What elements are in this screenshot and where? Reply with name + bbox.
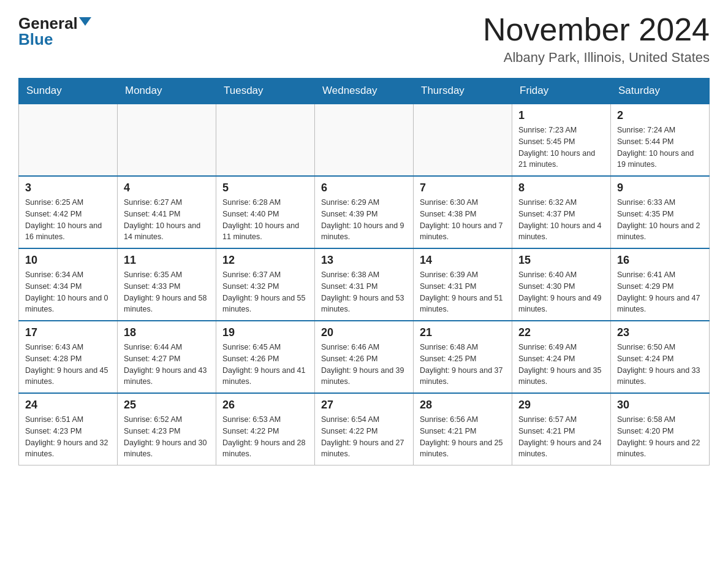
day-number: 30 [617, 399, 703, 412]
calendar-cell: 28Sunrise: 6:56 AM Sunset: 4:21 PM Dayli… [414, 393, 512, 465]
calendar-cell: 22Sunrise: 6:49 AM Sunset: 4:24 PM Dayli… [512, 321, 611, 393]
calendar-cell: 24Sunrise: 6:51 AM Sunset: 4:23 PM Dayli… [19, 393, 118, 465]
day-number: 17 [25, 326, 111, 339]
calendar-cell: 9Sunrise: 6:33 AM Sunset: 4:35 PM Daylig… [611, 176, 710, 248]
day-info: Sunrise: 6:51 AM Sunset: 4:23 PM Dayligh… [25, 414, 111, 460]
day-number: 24 [25, 399, 111, 412]
calendar-header-row: SundayMondayTuesdayWednesdayThursdayFrid… [19, 79, 710, 104]
calendar-cell: 10Sunrise: 6:34 AM Sunset: 4:34 PM Dayli… [19, 248, 118, 321]
month-title: November 2024 [483, 12, 710, 47]
day-info: Sunrise: 6:58 AM Sunset: 4:20 PM Dayligh… [617, 414, 703, 460]
day-info: Sunrise: 6:37 AM Sunset: 4:32 PM Dayligh… [222, 269, 308, 315]
day-info: Sunrise: 6:38 AM Sunset: 4:31 PM Dayligh… [321, 269, 407, 315]
calendar-cell: 13Sunrise: 6:38 AM Sunset: 4:31 PM Dayli… [315, 248, 414, 321]
day-number: 1 [518, 109, 604, 122]
day-number: 21 [420, 326, 506, 339]
calendar-cell: 4Sunrise: 6:27 AM Sunset: 4:41 PM Daylig… [118, 176, 216, 248]
day-info: Sunrise: 7:24 AM Sunset: 5:44 PM Dayligh… [617, 124, 703, 170]
day-number: 15 [518, 254, 604, 267]
week-row-4: 17Sunrise: 6:43 AM Sunset: 4:28 PM Dayli… [19, 321, 710, 393]
calendar-cell: 17Sunrise: 6:43 AM Sunset: 4:28 PM Dayli… [19, 321, 118, 393]
calendar-cell: 3Sunrise: 6:25 AM Sunset: 4:42 PM Daylig… [19, 176, 118, 248]
day-number: 2 [617, 109, 703, 122]
calendar-cell: 12Sunrise: 6:37 AM Sunset: 4:32 PM Dayli… [216, 248, 315, 321]
day-number: 7 [420, 182, 506, 194]
day-info: Sunrise: 6:40 AM Sunset: 4:30 PM Dayligh… [518, 269, 604, 315]
calendar-table: SundayMondayTuesdayWednesdayThursdayFrid… [18, 78, 710, 465]
day-info: Sunrise: 6:39 AM Sunset: 4:31 PM Dayligh… [420, 269, 506, 315]
day-number: 29 [518, 399, 604, 412]
week-row-2: 3Sunrise: 6:25 AM Sunset: 4:42 PM Daylig… [19, 176, 710, 248]
calendar-cell [414, 104, 512, 176]
day-info: Sunrise: 6:27 AM Sunset: 4:41 PM Dayligh… [124, 197, 210, 243]
week-row-3: 10Sunrise: 6:34 AM Sunset: 4:34 PM Dayli… [19, 248, 710, 321]
calendar-cell [216, 104, 315, 176]
day-info: Sunrise: 6:41 AM Sunset: 4:29 PM Dayligh… [617, 269, 703, 315]
week-row-5: 24Sunrise: 6:51 AM Sunset: 4:23 PM Dayli… [19, 393, 710, 465]
calendar-cell: 6Sunrise: 6:29 AM Sunset: 4:39 PM Daylig… [315, 176, 414, 248]
day-number: 22 [518, 326, 604, 339]
page-header: General Blue November 2024 Albany Park, … [18, 12, 710, 66]
day-info: Sunrise: 6:34 AM Sunset: 4:34 PM Dayligh… [25, 269, 111, 315]
calendar-cell: 19Sunrise: 6:45 AM Sunset: 4:26 PM Dayli… [216, 321, 315, 393]
calendar-header-friday: Friday [512, 79, 611, 104]
location-title: Albany Park, Illinois, United States [483, 50, 710, 66]
day-info: Sunrise: 6:25 AM Sunset: 4:42 PM Dayligh… [25, 197, 111, 243]
day-number: 25 [124, 399, 210, 412]
day-number: 26 [222, 399, 308, 412]
calendar-cell: 11Sunrise: 6:35 AM Sunset: 4:33 PM Dayli… [118, 248, 216, 321]
calendar-cell: 30Sunrise: 6:58 AM Sunset: 4:20 PM Dayli… [611, 393, 710, 465]
title-section: November 2024 Albany Park, Illinois, Uni… [483, 12, 710, 66]
day-number: 19 [222, 326, 308, 339]
calendar-cell: 20Sunrise: 6:46 AM Sunset: 4:26 PM Dayli… [315, 321, 414, 393]
day-info: Sunrise: 6:49 AM Sunset: 4:24 PM Dayligh… [518, 342, 604, 388]
day-number: 11 [124, 254, 210, 267]
day-info: Sunrise: 6:32 AM Sunset: 4:37 PM Dayligh… [518, 197, 604, 243]
calendar-cell: 14Sunrise: 6:39 AM Sunset: 4:31 PM Dayli… [414, 248, 512, 321]
day-number: 16 [617, 254, 703, 267]
day-number: 14 [420, 254, 506, 267]
day-info: Sunrise: 6:43 AM Sunset: 4:28 PM Dayligh… [25, 342, 111, 388]
day-number: 6 [321, 182, 407, 194]
calendar-cell: 27Sunrise: 6:54 AM Sunset: 4:22 PM Dayli… [315, 393, 414, 465]
logo-general: General [18, 15, 78, 31]
calendar-cell: 5Sunrise: 6:28 AM Sunset: 4:40 PM Daylig… [216, 176, 315, 248]
day-number: 3 [25, 182, 111, 194]
day-number: 12 [222, 254, 308, 267]
week-row-1: 1Sunrise: 7:23 AM Sunset: 5:45 PM Daylig… [19, 104, 710, 176]
calendar-header-thursday: Thursday [414, 79, 512, 104]
calendar-cell: 1Sunrise: 7:23 AM Sunset: 5:45 PM Daylig… [512, 104, 611, 176]
day-number: 9 [617, 182, 703, 194]
day-info: Sunrise: 6:52 AM Sunset: 4:23 PM Dayligh… [124, 414, 210, 460]
day-info: Sunrise: 6:44 AM Sunset: 4:27 PM Dayligh… [124, 342, 210, 388]
day-number: 18 [124, 326, 210, 339]
day-info: Sunrise: 6:29 AM Sunset: 4:39 PM Dayligh… [321, 197, 407, 243]
calendar-header-monday: Monday [118, 79, 216, 104]
day-info: Sunrise: 6:45 AM Sunset: 4:26 PM Dayligh… [222, 342, 308, 388]
day-number: 13 [321, 254, 407, 267]
logo: General Blue [18, 12, 91, 47]
day-number: 4 [124, 182, 210, 194]
day-info: Sunrise: 6:57 AM Sunset: 4:21 PM Dayligh… [518, 414, 604, 460]
day-info: Sunrise: 6:48 AM Sunset: 4:25 PM Dayligh… [420, 342, 506, 388]
calendar-header-wednesday: Wednesday [315, 79, 414, 104]
day-number: 20 [321, 326, 407, 339]
day-info: Sunrise: 6:35 AM Sunset: 4:33 PM Dayligh… [124, 269, 210, 315]
day-info: Sunrise: 6:54 AM Sunset: 4:22 PM Dayligh… [321, 414, 407, 460]
day-info: Sunrise: 6:28 AM Sunset: 4:40 PM Dayligh… [222, 197, 308, 243]
calendar-cell [19, 104, 118, 176]
calendar-cell [315, 104, 414, 176]
logo-blue: Blue [18, 30, 53, 48]
calendar-cell: 15Sunrise: 6:40 AM Sunset: 4:30 PM Dayli… [512, 248, 611, 321]
calendar-cell: 26Sunrise: 6:53 AM Sunset: 4:22 PM Dayli… [216, 393, 315, 465]
day-number: 27 [321, 399, 407, 412]
calendar-header-tuesday: Tuesday [216, 79, 315, 104]
calendar-cell: 18Sunrise: 6:44 AM Sunset: 4:27 PM Dayli… [118, 321, 216, 393]
calendar-header-saturday: Saturday [611, 79, 710, 104]
day-number: 28 [420, 399, 506, 412]
day-info: Sunrise: 6:33 AM Sunset: 4:35 PM Dayligh… [617, 197, 703, 243]
day-number: 8 [518, 182, 604, 194]
calendar-cell: 16Sunrise: 6:41 AM Sunset: 4:29 PM Dayli… [611, 248, 710, 321]
calendar-cell: 7Sunrise: 6:30 AM Sunset: 4:38 PM Daylig… [414, 176, 512, 248]
logo-triangle-icon [79, 17, 91, 26]
